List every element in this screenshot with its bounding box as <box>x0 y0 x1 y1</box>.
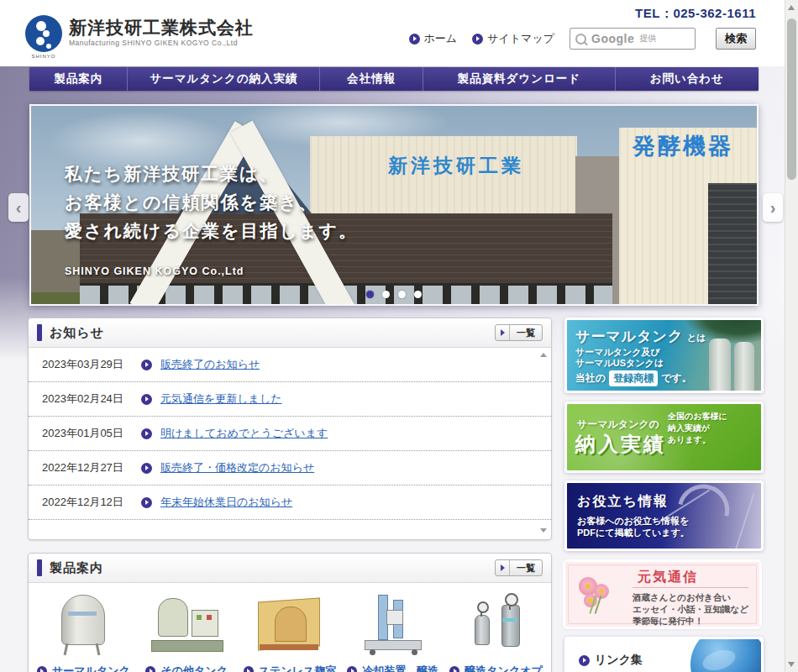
hero-message-line2: お客様との信頼関係を築き、 <box>65 188 358 217</box>
news-date: 2022年12月12日 <box>42 495 136 510</box>
news-item: 2023年01月05日 明けましておめでとうございます <box>29 417 551 451</box>
company-name-en: Manufacturing SHINYO GIKEN KOGYO Co.,Ltd <box>69 39 254 47</box>
banner-thermal-title: サーマルタンク <box>575 328 683 344</box>
news-scroll-down-icon[interactable] <box>540 528 547 533</box>
news-link[interactable]: 元気通信を更新しました <box>160 391 282 407</box>
product-link[interactable]: ステンレス麹室 <box>259 664 337 672</box>
arrow-circle-icon <box>37 666 47 672</box>
news-item: 2022年12月12日 年末年始休業日のお知らせ <box>29 486 551 520</box>
products-header: 製品案内 一覧 <box>29 554 551 583</box>
company-logo[interactable]: SHINYO 新洋技研工業株式会社 Manufacturing SHINYO G… <box>25 15 254 52</box>
nav-item-thermal-results[interactable]: サーマルタンクの納入実績 <box>127 67 319 91</box>
nav-item-download[interactable]: 製品資料ダウンロード <box>423 67 615 91</box>
home-link[interactable]: ホーム <box>409 31 458 46</box>
arrow-circle-icon <box>141 360 152 370</box>
nav-item-company[interactable]: 会社情報 <box>319 67 422 91</box>
hero-carousel[interactable]: 新洋技研工業 発酵機器 私たち新洋技研工業は、 お客様との信頼関係を築き、 愛さ… <box>29 104 759 306</box>
flower-icon <box>577 574 616 616</box>
banner-info-line2: PDFにて掲載しています。 <box>577 527 690 539</box>
banner-delivery-results[interactable]: サーマルタンクの 納入実績 全国のお客様に 納入実績が あります。 <box>564 402 764 473</box>
banner-genki-tsushin[interactable]: 元気通信 酒蔵さんとのお付き合い エッセイ・小話・豆知識など 季節毎に発行中！ <box>564 561 760 627</box>
banner-useful-info[interactable]: お役立ち情報 お客様へのお役立ち情報を PDFにて掲載しています。 <box>564 480 764 551</box>
company-name-jp: 新洋技研工業株式会社 <box>69 18 254 37</box>
carousel-prev-button[interactable]: ‹ <box>8 193 29 222</box>
product-thumb-cooling-device[interactable] <box>349 593 437 657</box>
banner-links-title: リンク集 <box>595 653 643 668</box>
vertical-scrollbar[interactable] <box>785 0 798 672</box>
arrow-circle-icon <box>449 666 459 672</box>
news-section: お知らせ 一覧 2023年03月29日 販売終了のお知らせ 2023年02月24… <box>28 318 552 540</box>
news-link[interactable]: 販売終了・価格改定のお知らせ <box>160 460 314 475</box>
carousel-next-button[interactable]: › <box>763 193 783 222</box>
banner-info-title: お役立ち情報 <box>577 493 669 511</box>
nav-item-contact[interactable]: お問い合わせ <box>615 67 759 91</box>
banner-link-collection[interactable]: リンク集 <box>564 637 764 672</box>
logo-mark-icon: SHINYO <box>25 15 62 52</box>
main-nav: 製品案内 サーマルタンクの納入実績 会社情報 製品資料ダウンロード お問い合わせ <box>29 67 759 91</box>
hero-message: 私たち新洋技研工業は、 お客様との信頼関係を築き、 愛され続ける企業を目指します… <box>65 160 358 245</box>
banner-results-title: 納入実績 <box>575 431 666 458</box>
globe-icon <box>690 637 764 672</box>
products-list-button[interactable]: 一覧 <box>495 559 543 576</box>
products-list: サーマルタンク その他タンク ステンレス麹室 <box>29 583 551 672</box>
news-scroll-up-icon[interactable] <box>540 353 547 357</box>
banner-results-note3: あります。 <box>668 434 727 446</box>
building-sign-fermentation: 発酵機器 <box>633 131 733 161</box>
accent-bar <box>37 324 42 341</box>
scroll-down-icon[interactable] <box>788 662 795 667</box>
carousel-dot-3[interactable] <box>398 291 406 298</box>
banner-thermal-tank[interactable]: サーマルタンク とは サーマルタンク及び サーマルUSタンクは 当社の 登録商標… <box>564 318 764 393</box>
product-thumb-other-tank[interactable] <box>143 593 230 657</box>
arrow-circle-icon <box>145 666 155 672</box>
scroll-up-icon[interactable] <box>788 5 795 10</box>
news-link[interactable]: 明けましておめでとうございます <box>160 426 328 441</box>
banner-results-note2: 納入実績が <box>668 423 727 434</box>
product-link[interactable]: 醸造タンクオプ <box>465 664 543 672</box>
arrow-circle-icon <box>409 34 420 45</box>
building-sign-company: 新洋技研工業 <box>388 153 524 179</box>
product-link[interactable]: その他タンク <box>160 664 228 672</box>
tel-number: TEL：025-362-1611 <box>635 6 756 22</box>
carousel-dots <box>31 291 757 298</box>
banner-thermal-line3-post: です。 <box>661 371 692 386</box>
news-list: 2023年03月29日 販売終了のお知らせ 2023年02月24日 元気通信を更… <box>29 348 551 539</box>
registered-trademark-badge: 登録商標 <box>609 370 658 386</box>
site-header: SHINYO 新洋技研工業株式会社 Manufacturing SHINYO G… <box>0 0 798 66</box>
arrow-circle-icon <box>579 655 590 666</box>
banner-genki-line1: 酒蔵さんとのお付き合い <box>633 591 748 603</box>
carousel-dot-1[interactable] <box>366 291 374 298</box>
arrow-circle-icon <box>472 34 483 45</box>
product-link[interactable]: サーマルタンク <box>52 664 130 672</box>
news-list-button[interactable]: 一覧 <box>495 324 543 341</box>
product-link[interactable]: 冷却装置 醸造 <box>362 664 438 672</box>
arrow-circle-icon <box>244 666 254 672</box>
product-thumb-koji-room[interactable] <box>246 593 333 657</box>
banner-results-line1: サーマルタンクの <box>577 417 659 432</box>
news-date: 2023年02月24日 <box>42 391 136 407</box>
arrow-circle-icon <box>141 394 152 405</box>
product-thumb-thermal-tank[interactable] <box>39 593 127 657</box>
carousel-dot-2[interactable] <box>382 291 390 298</box>
search-button[interactable]: 検索 <box>716 28 756 50</box>
products-title: 製品案内 <box>50 560 495 576</box>
product-thumb-tank-options[interactable] <box>453 593 540 657</box>
scrollbar-thumb[interactable] <box>787 18 796 180</box>
news-link[interactable]: 販売終了のお知らせ <box>160 357 260 372</box>
products-list-button-label: 一覧 <box>510 562 542 575</box>
page: SHINYO 新洋技研工業株式会社 Manufacturing SHINYO G… <box>0 0 798 672</box>
search-placeholder-brand: Google <box>591 32 634 45</box>
accent-bar <box>37 559 42 576</box>
sitemap-link[interactable]: サイトマップ <box>472 31 554 46</box>
triangle-icon <box>496 560 510 575</box>
banner-genki-line3: 季節毎に発行中！ <box>633 615 748 627</box>
nav-item-products[interactable]: 製品案内 <box>29 67 127 91</box>
search-input[interactable]: Google 提供 <box>570 28 696 50</box>
carousel-dot-4[interactable] <box>414 291 422 298</box>
news-header: お知らせ 一覧 <box>29 318 551 348</box>
hero-message-line1: 私たち新洋技研工業は、 <box>65 160 358 188</box>
banner-thermal-line2: サーマルUSタンクは <box>575 357 664 370</box>
product-item: サーマルタンク <box>32 593 135 672</box>
news-link[interactable]: 年末年始休業日のお知らせ <box>160 495 292 510</box>
arrow-circle-icon <box>141 497 152 508</box>
arrow-circle-icon <box>347 666 357 672</box>
